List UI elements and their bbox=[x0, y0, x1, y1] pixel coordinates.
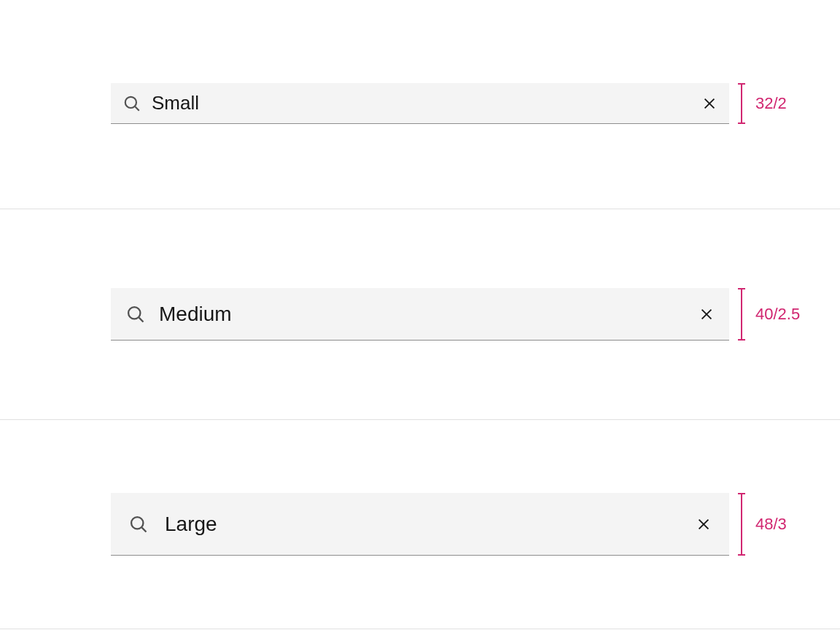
measure-label-small: 32/2 bbox=[755, 94, 787, 113]
section-small: Small 32/2 bbox=[0, 0, 840, 209]
height-bracket-icon bbox=[736, 83, 747, 124]
search-icon bbox=[128, 514, 149, 534]
close-icon[interactable] bbox=[699, 306, 715, 322]
search-bar-medium[interactable]: Medium bbox=[111, 288, 729, 341]
measure-group-medium: 40/2.5 bbox=[736, 288, 800, 341]
search-label-medium: Medium bbox=[159, 303, 699, 326]
close-icon[interactable] bbox=[696, 516, 712, 532]
search-icon bbox=[122, 94, 141, 113]
svg-line-8 bbox=[139, 317, 144, 322]
measure-group-small: 32/2 bbox=[736, 83, 787, 124]
svg-point-0 bbox=[125, 96, 136, 107]
measure-label-medium: 40/2.5 bbox=[755, 305, 800, 324]
section-large: Large 48/3 bbox=[0, 420, 840, 629]
svg-line-1 bbox=[135, 106, 139, 110]
measure-label-large: 48/3 bbox=[755, 515, 787, 534]
svg-point-7 bbox=[128, 307, 140, 319]
search-bar-small[interactable]: Small bbox=[111, 83, 729, 124]
close-icon[interactable] bbox=[701, 96, 718, 112]
search-icon bbox=[125, 304, 146, 324]
measure-group-large: 48/3 bbox=[736, 493, 787, 556]
search-label-large: Large bbox=[165, 513, 696, 536]
svg-point-14 bbox=[131, 517, 143, 529]
svg-line-15 bbox=[142, 527, 147, 532]
search-label-small: Small bbox=[152, 92, 701, 114]
height-bracket-icon bbox=[736, 493, 747, 556]
height-bracket-icon bbox=[736, 288, 747, 341]
section-medium: Medium 40/2.5 bbox=[0, 209, 840, 420]
search-bar-large[interactable]: Large bbox=[111, 493, 729, 556]
